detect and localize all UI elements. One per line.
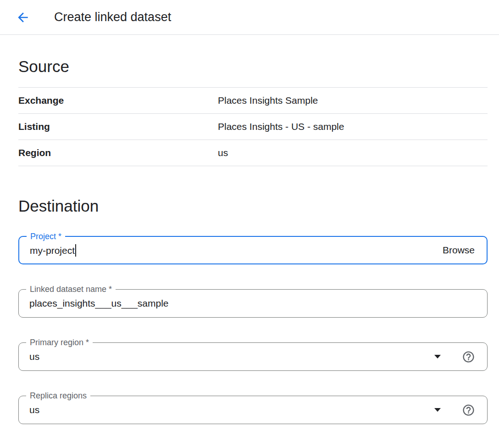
row-label: Exchange <box>18 95 218 106</box>
project-input-value: my-project <box>30 245 75 256</box>
back-button[interactable] <box>15 9 31 26</box>
dataset-name-input[interactable]: places_insights___us___sample <box>19 298 169 309</box>
replica-regions-value-wrap: us <box>19 404 39 415</box>
primary-region-help-button[interactable] <box>461 350 475 364</box>
dataset-name-input-value: places_insights___us___sample <box>29 298 169 308</box>
header: Create linked dataset <box>0 0 499 35</box>
chevron-down-icon <box>434 355 441 358</box>
destination-heading: Destination <box>18 196 488 217</box>
source-table: Exchange Places Insights Sample Listing … <box>18 87 488 166</box>
project-input[interactable]: my-project <box>19 244 76 257</box>
chevron-down-icon <box>434 408 441 412</box>
main-content: Source Exchange Places Insights Sample L… <box>0 56 499 424</box>
replica-regions-help-button[interactable] <box>461 403 475 417</box>
primary-region-value-wrap: us <box>19 351 39 362</box>
row-label: Listing <box>18 121 218 132</box>
primary-region-select[interactable]: Primary region * us <box>18 342 488 371</box>
page-title: Create linked dataset <box>54 10 171 24</box>
dataset-name-field-label: Linked dataset name * <box>26 285 116 294</box>
source-row-exchange: Exchange Places Insights Sample <box>18 88 488 114</box>
row-value: Places Insights Sample <box>218 95 318 106</box>
browse-button[interactable]: Browse <box>443 237 475 263</box>
primary-region-label: Primary region * <box>26 338 93 347</box>
source-row-region: Region us <box>18 140 488 166</box>
replica-regions-label: Replica regions <box>26 391 90 401</box>
project-field[interactable]: Project * my-project Browse <box>18 236 488 264</box>
help-icon <box>462 350 475 364</box>
row-label: Region <box>18 147 218 158</box>
row-value: Places Insights - US - sample <box>218 121 344 132</box>
primary-region-selected-value: us <box>29 351 39 362</box>
project-field-label: Project * <box>27 232 65 241</box>
source-heading: Source <box>18 56 488 77</box>
row-value: us <box>218 147 228 158</box>
replica-regions-selected-value: us <box>29 404 39 415</box>
text-cursor <box>75 244 76 257</box>
arrow-left-icon <box>16 10 30 25</box>
source-row-listing: Listing Places Insights - US - sample <box>18 114 488 140</box>
help-icon <box>462 403 475 417</box>
replica-regions-select[interactable]: Replica regions us <box>18 396 488 424</box>
dataset-name-field[interactable]: Linked dataset name * places_insights___… <box>18 289 488 318</box>
